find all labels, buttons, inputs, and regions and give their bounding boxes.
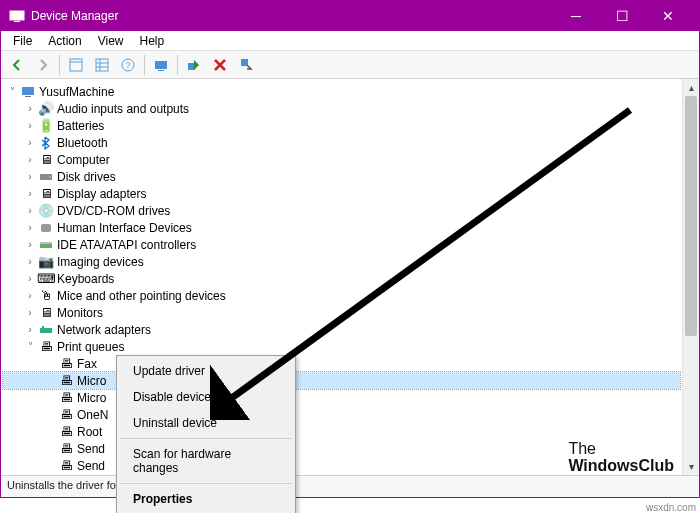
svg-rect-22 [42, 326, 44, 328]
expander-icon[interactable]: › [23, 205, 37, 216]
tree-category[interactable]: ›🖱Mice and other pointing devices [3, 287, 680, 304]
menu-action[interactable]: Action [40, 32, 89, 50]
expander-icon[interactable]: › [23, 222, 37, 233]
expander-icon[interactable]: › [23, 154, 37, 165]
svg-point-17 [49, 176, 51, 178]
toolbar-uninstall-button[interactable] [234, 53, 258, 77]
ctx-properties[interactable]: Properties [119, 486, 293, 512]
expander-icon[interactable]: › [23, 103, 37, 114]
expander-icon[interactable]: ˅ [5, 86, 19, 97]
toolbar: ? [1, 51, 699, 79]
tree-category[interactable]: ›🔊Audio inputs and outputs [3, 100, 680, 117]
tree-root[interactable]: ˅ YusufMachine [3, 83, 680, 100]
tree-category[interactable]: ›Bluetooth [3, 134, 680, 151]
computer-icon: 🖥 [37, 152, 55, 168]
svg-rect-0 [10, 11, 24, 20]
expander-icon[interactable]: › [23, 171, 37, 182]
toolbar-disable-button[interactable] [208, 53, 232, 77]
svg-rect-20 [40, 242, 52, 244]
scroll-down-button[interactable]: ▾ [683, 458, 699, 475]
scroll-track[interactable] [683, 96, 699, 458]
titlebar[interactable]: Device Manager ─ ☐ ✕ [1, 1, 699, 31]
app-icon [9, 8, 25, 24]
context-menu: Update driver Disable device Uninstall d… [116, 355, 296, 513]
menu-help[interactable]: Help [132, 32, 173, 50]
tree-category[interactable]: ›🔋Batteries [3, 117, 680, 134]
expander-icon[interactable]: › [23, 273, 37, 284]
expander-icon[interactable]: › [23, 307, 37, 318]
svg-rect-13 [241, 59, 248, 66]
ctx-disable-device[interactable]: Disable device [119, 384, 293, 410]
tree-category-print-queues[interactable]: ˅🖶Print queues [3, 338, 680, 355]
tree-category[interactable]: ›Human Interface Devices [3, 219, 680, 236]
toolbar-separator [177, 55, 178, 75]
tree-device-selected[interactable]: 🖶Micro [3, 372, 680, 389]
svg-rect-15 [25, 96, 31, 97]
tree-category[interactable]: ›IDE ATA/ATAPI controllers [3, 236, 680, 253]
tree-device[interactable]: 🖶OneN [3, 406, 680, 423]
content-area: ˅ YusufMachine ›🔊Audio inputs and output… [1, 79, 699, 475]
printer-icon: 🖶 [57, 458, 75, 474]
ide-icon [37, 237, 55, 253]
tree-device[interactable]: 🖶Root [3, 423, 680, 440]
printer-icon: 🖶 [57, 424, 75, 440]
svg-rect-18 [41, 224, 51, 232]
dvd-icon: 💿 [37, 203, 55, 219]
tree-category[interactable]: ›📷Imaging devices [3, 253, 680, 270]
tree-category[interactable]: ›Disk drives [3, 168, 680, 185]
tree-device[interactable]: 🖶Micro [3, 389, 680, 406]
tree-device[interactable]: 🖶Fax [3, 355, 680, 372]
close-button[interactable]: ✕ [645, 1, 691, 31]
disk-icon [37, 169, 55, 185]
tree-root-label: YusufMachine [37, 85, 114, 99]
menu-file[interactable]: File [5, 32, 40, 50]
svg-rect-21 [40, 328, 52, 333]
tree-category[interactable]: ›🖥Monitors [3, 304, 680, 321]
keyboard-icon: ⌨ [37, 271, 55, 287]
window-controls: ─ ☐ ✕ [553, 1, 691, 31]
expander-icon[interactable]: › [23, 256, 37, 267]
ctx-scan-hardware[interactable]: Scan for hardware changes [119, 441, 293, 481]
tree-category[interactable]: ›⌨Keyboards [3, 270, 680, 287]
device-tree[interactable]: ˅ YusufMachine ›🔊Audio inputs and output… [1, 79, 682, 475]
expander-icon[interactable]: ˅ [23, 341, 37, 352]
menu-view[interactable]: View [90, 32, 132, 50]
toolbar-back-button[interactable] [5, 53, 29, 77]
expander-icon[interactable]: › [23, 188, 37, 199]
minimize-button[interactable]: ─ [553, 1, 599, 31]
ctx-update-driver[interactable]: Update driver [119, 358, 293, 384]
toolbar-enable-button[interactable] [182, 53, 206, 77]
tree-category[interactable]: ›💿DVD/CD-ROM drives [3, 202, 680, 219]
statusbar: Uninstalls the driver for the selected d… [1, 475, 699, 497]
toolbar-properties-button[interactable] [90, 53, 114, 77]
battery-icon: 🔋 [37, 118, 55, 134]
expander-icon[interactable]: › [23, 290, 37, 301]
tree-category[interactable]: ›🖥Display adapters [3, 185, 680, 202]
svg-rect-1 [14, 21, 20, 22]
tree-category[interactable]: ›🖥Computer [3, 151, 680, 168]
expander-icon[interactable]: › [23, 239, 37, 250]
printer-icon: 🖶 [57, 356, 75, 372]
hid-icon [37, 220, 55, 236]
window-title: Device Manager [31, 9, 553, 23]
vertical-scrollbar[interactable]: ▴ ▾ [682, 79, 699, 475]
svg-rect-12 [188, 63, 195, 70]
expander-icon[interactable]: › [23, 324, 37, 335]
tree-category[interactable]: ›Network adapters [3, 321, 680, 338]
toolbar-help-button[interactable]: ? [116, 53, 140, 77]
expander-icon[interactable]: › [23, 137, 37, 148]
toolbar-show-hidden-button[interactable] [64, 53, 88, 77]
device-manager-window: Device Manager ─ ☐ ✕ File Action View He… [0, 0, 700, 498]
ctx-uninstall-device[interactable]: Uninstall device [119, 410, 293, 436]
printer-icon: 🖶 [57, 407, 75, 423]
toolbar-scan-button[interactable] [149, 53, 173, 77]
maximize-button[interactable]: ☐ [599, 1, 645, 31]
printer-icon: 🖶 [57, 441, 75, 457]
computer-icon [19, 84, 37, 100]
toolbar-separator [144, 55, 145, 75]
toolbar-forward-button[interactable] [31, 53, 55, 77]
scroll-up-button[interactable]: ▴ [683, 79, 699, 96]
mouse-icon: 🖱 [37, 288, 55, 304]
expander-icon[interactable]: › [23, 120, 37, 131]
scroll-thumb[interactable] [685, 96, 697, 336]
